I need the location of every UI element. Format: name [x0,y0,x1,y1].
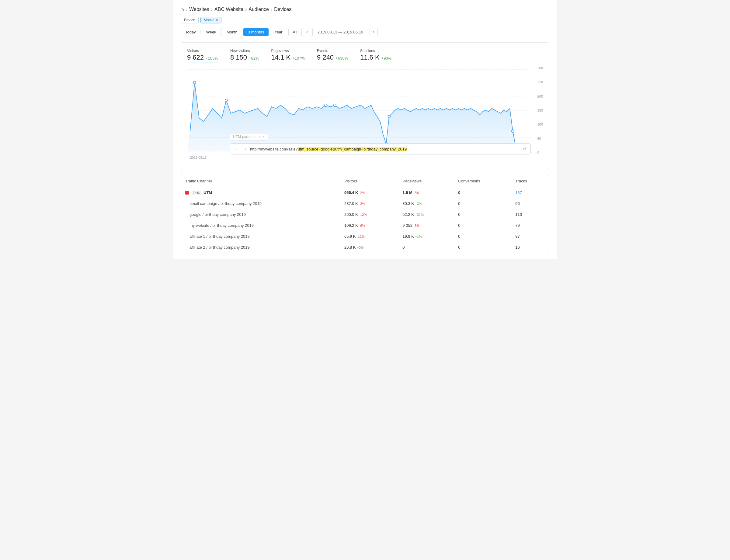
sub-channel-affiliate1: affiliate 1 / birthday company 2019 [181,231,340,242]
y-axis-labels: 300 250 200 150 100 50 0 [538,66,543,164]
events-stat: Events 9 240 +636% [317,49,348,63]
refresh-icon[interactable]: ↺ [523,147,526,151]
new-visitors-stat: New visitors 8 150 +82% [230,49,259,63]
col-header-pageviews: Pageviews [398,175,454,187]
chart-card: Visitors 9 622 +103% New visitors 8 150 … [181,42,549,170]
sub-channel-google: google / birthday company 2019 [181,209,340,220]
svg-point-10 [334,104,336,107]
today-button[interactable]: Today [181,28,200,36]
svg-point-13 [512,130,514,133]
svg-point-9 [324,104,327,107]
table-row: affiliate 2 / birthday company 2019 26.8… [181,242,549,253]
sub-channel-mywebsite: my website / birthday company 2019 [181,220,340,231]
stats-row: Visitors 9 622 +103% New visitors 8 150 … [187,49,543,63]
all-button[interactable]: All [288,28,302,36]
table-row: my website / birthday company 2019 109.2… [181,220,549,231]
url-text: http://mywebsite.com/sale?utm_source=goo… [250,147,520,151]
url-highlight: utm_source=google&utm_campaign=birthday_… [298,147,407,151]
month-button[interactable]: Month [222,28,242,36]
mobile-filter-tag[interactable]: Mobile × [200,17,222,23]
mobile-tag-close[interactable]: × [216,18,218,22]
channel-cell-utm: 14% UTM [181,187,340,198]
col-header-visitors: Visitors [340,175,398,187]
utm-conversions: 0 [454,187,511,198]
url-bar-overlay: UTM-parameters × ← → http://mywebsite.co… [230,133,531,154]
col-header-conversions: Conversions [454,175,511,187]
utm-tracks: 137 [511,187,549,198]
utm-tag-close[interactable]: × [262,135,265,139]
utm-pct: 14% [191,191,201,195]
col-header-tracks: Tracks [511,175,549,187]
utm-parameters-tag[interactable]: UTM-parameters × [230,133,268,140]
url-back-button[interactable]: ← [234,146,239,152]
utm-visitors: 965.4 K -3% [340,187,398,198]
prev-date-button[interactable]: ‹ [303,28,311,36]
3months-button[interactable]: 3 months [243,28,268,36]
url-forward-button[interactable]: → [242,146,247,152]
traffic-table: Traffic Channel Visitors Pageviews Conve… [181,175,549,253]
table-row: google / birthday company 2019 260.0 K -… [181,209,549,220]
filter-tags: Device Mobile × [181,17,549,23]
week-button[interactable]: Week [202,28,221,36]
url-bar[interactable]: ← → http://mywebsite.com/sale?utm_source… [230,143,531,154]
line-chart: 2019.03.13 300 250 200 150 100 50 0 UTM-… [187,66,543,164]
svg-point-12 [388,115,390,118]
sub-channel-affiliate2: affiliate 2 / birthday company 2019 [181,242,340,253]
visitors-stat: Visitors 9 622 +103% [187,49,218,63]
pageviews-stat: Pageviews 14.1 K +107% [271,49,305,63]
col-header-channel: Traffic Channel [181,175,340,187]
table-row: email campaign / birthday company 2019 2… [181,198,549,209]
sub-channel-email: email campaign / birthday company 2019 [181,198,340,209]
device-filter-tag[interactable]: Device [181,17,199,23]
date-range-display: 2019.03.13 — 2019.06.10 [312,28,369,36]
table-row: affiliate 1 / birthday company 2019 65.9… [181,231,549,242]
table-row: 14% UTM 965.4 K -3% 1.5 M -5% 0 137 [181,187,549,198]
sessions-stat: Sessions 11.6 K +93% [360,49,392,63]
svg-point-8 [225,99,227,102]
year-button[interactable]: Year [270,28,287,36]
svg-text:2019.03.13: 2019.03.13 [190,156,207,159]
utm-channel-name: UTM [203,190,212,195]
date-bar: Today Week Month 3 months Year All ‹ 201… [181,28,549,36]
breadcrumb: ⌂ › Websites › ABC Website › Audience › … [181,6,549,12]
utm-color-dot [185,191,189,195]
next-date-button[interactable]: › [370,28,378,36]
utm-pageviews: 1.5 M -5% [398,187,454,198]
home-icon[interactable]: ⌂ [181,6,184,12]
svg-point-7 [193,81,196,84]
